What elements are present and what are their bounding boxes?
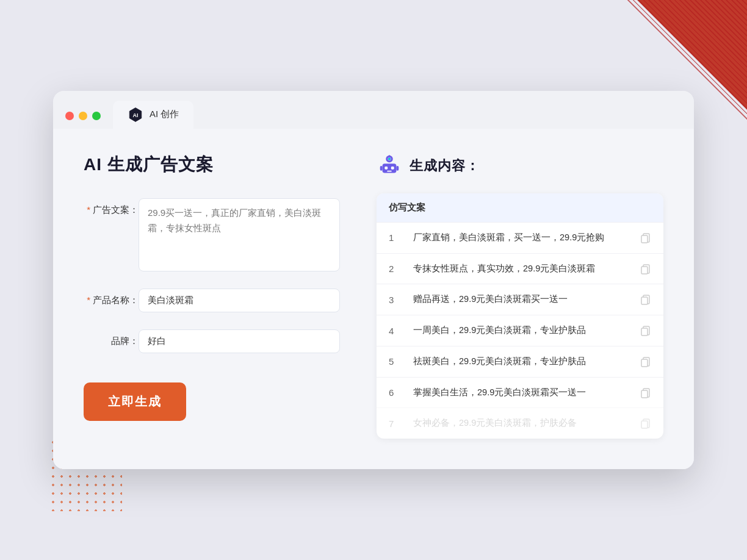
generate-button[interactable]: 立即生成 — [84, 382, 186, 421]
table-row: 1厂家直销，美白淡斑霜，买一送一，29.9元抢购 — [377, 222, 663, 253]
browser-window: AI AI 创作 AI 生成广告文案 *广告文案： 29.9买一送一，真正的厂家… — [53, 91, 694, 469]
results-table: 仿写文案 1厂家直销，美白淡斑霜，买一送一，29.9元抢购 2专抹女性斑点，真实… — [377, 193, 663, 439]
table-row: 6掌握美白生活，29.9元美白淡斑霜买一送一 — [377, 377, 663, 408]
table-row: 3赠品再送，29.9元美白淡斑霜买一送一 — [377, 284, 663, 315]
row-text: 女神必备，29.9元美白淡斑霜，护肤必备 — [413, 417, 629, 430]
brand-input[interactable] — [139, 329, 340, 353]
svg-rect-7 — [387, 171, 392, 172]
table-row: 5祛斑美白，29.9元美白淡斑霜，专业护肤品 — [377, 346, 663, 377]
table-row: 4一周美白，29.9元美白淡斑霜，专业护肤品 — [377, 315, 663, 346]
copy-icon[interactable] — [639, 263, 651, 275]
tab-label: AI 创作 — [150, 109, 179, 120]
copy-icon[interactable] — [639, 356, 651, 368]
content-area: AI 生成广告文案 *广告文案： 29.9买一送一，真正的厂家直销，美白淡斑霜，… — [53, 129, 694, 469]
brand-row: 品牌： — [84, 329, 340, 353]
svg-rect-12 — [641, 235, 648, 243]
copy-icon[interactable] — [639, 417, 651, 429]
copy-icon[interactable] — [639, 293, 651, 306]
svg-rect-15 — [641, 328, 648, 336]
ai-tab-icon: AI — [128, 107, 143, 123]
svg-rect-14 — [641, 297, 648, 304]
row-text: 祛斑美白，29.9元美白淡斑霜，专业护肤品 — [413, 355, 629, 368]
svg-rect-16 — [641, 359, 648, 367]
table-row: 2专抹女性斑点，真实功效，29.9元美白淡斑霜 — [377, 253, 663, 284]
page-title: AI 生成广告文案 — [84, 153, 340, 176]
table-row: 7女神必备，29.9元美白淡斑霜，护肤必备 — [377, 407, 663, 439]
row-number: 5 — [389, 356, 403, 367]
row-number: 3 — [389, 295, 403, 305]
table-header: 仿写文案 — [377, 193, 663, 222]
svg-rect-9 — [396, 166, 399, 171]
minimize-button[interactable] — [79, 112, 87, 120]
product-name-row: *产品名称： — [84, 289, 340, 312]
right-panel: 生成内容： 仿写文案 1厂家直销，美白淡斑霜，买一送一，29.9元抢购 2专抹女… — [377, 153, 663, 439]
copy-icon[interactable] — [639, 325, 651, 337]
svg-rect-13 — [641, 267, 648, 274]
row-number: 4 — [389, 326, 403, 336]
close-button[interactable] — [65, 112, 74, 120]
copy-icon[interactable] — [639, 387, 651, 399]
copy-icon[interactable] — [639, 232, 651, 244]
svg-rect-18 — [641, 421, 648, 428]
svg-rect-6 — [391, 167, 394, 170]
ai-tab[interactable]: AI AI 创作 — [113, 101, 193, 129]
left-panel: AI 生成广告文案 *广告文案： 29.9买一送一，真正的厂家直销，美白淡斑霜，… — [84, 153, 340, 439]
row-number: 1 — [389, 232, 403, 243]
required-star-1: * — [87, 204, 90, 215]
row-text: 掌握美白生活，29.9元美白淡斑霜买一送一 — [413, 386, 629, 400]
product-name-input[interactable] — [139, 289, 340, 312]
ad-copy-label: *广告文案： — [84, 198, 139, 216]
maximize-button[interactable] — [92, 112, 101, 120]
brand-label: 品牌： — [84, 329, 139, 347]
required-star-2: * — [87, 295, 90, 305]
title-bar: AI AI 创作 — [53, 91, 694, 129]
product-name-label: *产品名称： — [84, 289, 139, 306]
ad-copy-input[interactable]: 29.9买一送一，真正的厂家直销，美白淡斑霜，专抹女性斑点 — [139, 198, 340, 271]
svg-text:AI: AI — [133, 112, 139, 118]
svg-rect-17 — [641, 390, 648, 398]
row-number: 7 — [389, 418, 403, 429]
ad-copy-row: *广告文案： 29.9买一送一，真正的厂家直销，美白淡斑霜，专抹女性斑点 — [84, 198, 340, 271]
row-number: 2 — [389, 264, 403, 274]
svg-rect-5 — [384, 167, 388, 170]
svg-rect-8 — [380, 166, 383, 171]
row-number: 6 — [389, 387, 403, 398]
robot-icon — [377, 153, 402, 179]
row-text: 厂家直销，美白淡斑霜，买一送一，29.9元抢购 — [413, 231, 629, 245]
right-title: 生成内容： — [410, 157, 480, 175]
svg-point-10 — [388, 158, 391, 160]
window-controls — [65, 112, 101, 129]
results-rows: 1厂家直销，美白淡斑霜，买一送一，29.9元抢购 2专抹女性斑点，真实功效，29… — [377, 222, 663, 439]
right-header: 生成内容： — [377, 153, 663, 179]
row-text: 一周美白，29.9元美白淡斑霜，专业护肤品 — [413, 324, 629, 337]
row-text: 赠品再送，29.9元美白淡斑霜买一送一 — [413, 293, 629, 306]
row-text: 专抹女性斑点，真实功效，29.9元美白淡斑霜 — [413, 262, 629, 276]
